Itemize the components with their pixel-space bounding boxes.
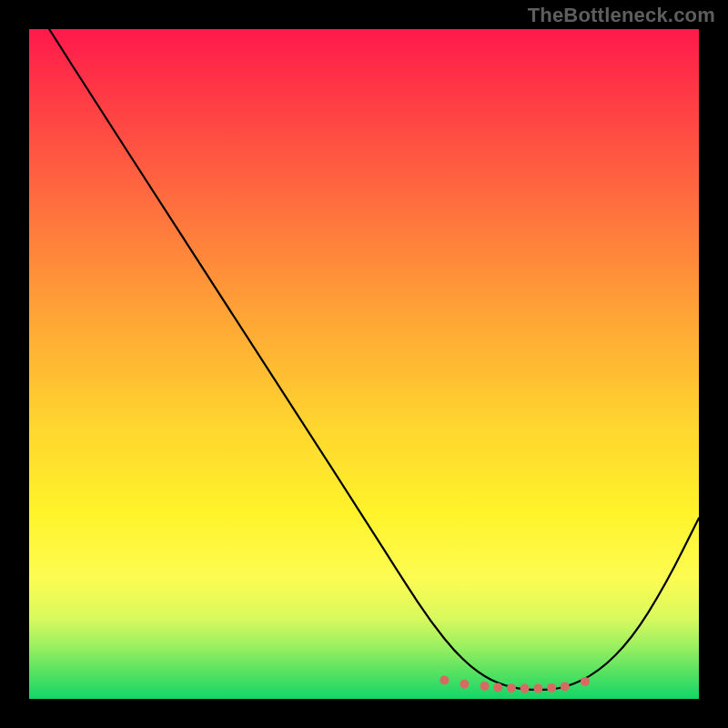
valley-dots xyxy=(440,675,590,693)
chart-stage: TheBottleneck.com xyxy=(0,0,728,728)
valley-dot xyxy=(533,684,542,693)
valley-dot xyxy=(561,682,570,691)
valley-dot xyxy=(547,683,556,693)
bottleneck-curve xyxy=(49,29,699,690)
valley-dot xyxy=(440,675,449,684)
valley-dot xyxy=(460,680,469,689)
curve-layer xyxy=(29,29,699,699)
valley-dot xyxy=(507,683,516,693)
valley-dot xyxy=(480,682,490,691)
watermark-text: TheBottleneck.com xyxy=(528,4,715,27)
valley-dot xyxy=(521,684,530,693)
plot-area xyxy=(29,29,699,699)
valley-dot xyxy=(581,677,590,686)
valley-dot xyxy=(493,683,502,693)
